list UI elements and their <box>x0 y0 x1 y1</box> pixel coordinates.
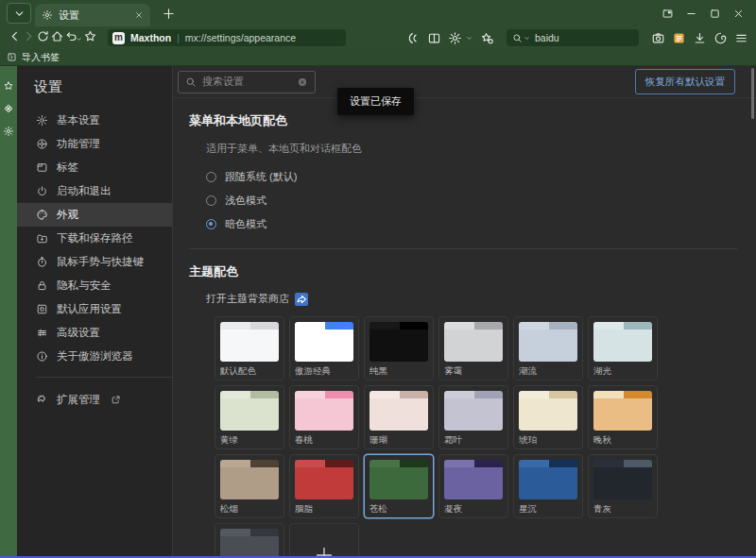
favorite-star-icon[interactable] <box>83 29 97 43</box>
radio-icon[interactable] <box>206 219 216 229</box>
gear-icon[interactable] <box>3 126 14 137</box>
caret-down-icon[interactable] <box>523 34 531 42</box>
power-icon <box>36 185 48 197</box>
theme-card[interactable]: 苍松 <box>364 454 434 518</box>
theme-swatch <box>220 460 279 499</box>
sidebar-item-label: 扩展管理 <box>57 393 100 407</box>
address-url[interactable]: mx://settings/appearance <box>185 32 296 43</box>
theme-card[interactable]: 松烟 <box>215 454 284 518</box>
theme-store-link[interactable]: 打开主题背景商店 <box>206 292 289 306</box>
theme-card[interactable]: 纯黑 <box>364 316 434 380</box>
theme-name: 琥珀 <box>519 434 577 447</box>
forward-icon[interactable] <box>22 29 36 43</box>
theme-swatch <box>444 460 503 499</box>
search-bar[interactable]: baidu <box>507 29 639 46</box>
sidebar-item[interactable]: 关于傲游浏览器 <box>17 345 172 368</box>
sidebar-item[interactable]: 标签 <box>17 156 172 179</box>
theme-card[interactable]: 霜叶 <box>438 385 508 449</box>
theme-card[interactable]: 青灰 <box>588 454 658 518</box>
theme-card[interactable]: 湖光 <box>588 316 658 380</box>
clear-search-icon[interactable] <box>297 76 308 88</box>
theme-card[interactable]: 星沉 <box>513 454 583 518</box>
boss-panel-icon[interactable] <box>662 8 674 20</box>
refresh-icon[interactable] <box>36 29 50 43</box>
color-mode-radio[interactable]: 浅色模式 <box>206 189 756 212</box>
address-bar[interactable]: m Maxthon | mx://settings/appearance <box>108 29 346 46</box>
theme-swatch <box>444 391 503 431</box>
theme-swatch <box>519 322 577 362</box>
theme-swatch <box>220 529 279 558</box>
notes-icon[interactable] <box>672 31 686 45</box>
section-divider <box>189 248 737 249</box>
sidebar-item[interactable]: 鼠标手势与快捷键 <box>17 250 172 274</box>
tab-title: 设置 <box>59 8 129 23</box>
reset-defaults-button[interactable]: 恢复所有默认设置 <box>635 69 735 94</box>
color-mode-radio[interactable]: 暗色模式 <box>206 212 756 236</box>
flower-icon[interactable] <box>3 103 14 114</box>
add-theme-button[interactable] <box>289 523 359 558</box>
sidebar-item[interactable]: 默认应用设置 <box>17 297 172 321</box>
theme-card[interactable]: 傲游经典 <box>289 316 359 380</box>
theme-card[interactable]: 黄绿 <box>215 385 284 449</box>
sidebar-item[interactable]: 功能管理 <box>17 132 172 156</box>
radio-icon[interactable] <box>206 195 216 206</box>
theme-card[interactable]: 琥珀 <box>513 385 583 449</box>
minimize-icon[interactable] <box>685 8 697 20</box>
sidebar-item[interactable]: 启动和退出 <box>17 179 172 203</box>
reader-mode-icon[interactable] <box>406 31 421 45</box>
theme-swatch <box>519 391 577 431</box>
sidebar-item[interactable]: 隐私与安全 <box>17 274 172 297</box>
sidebar-item[interactable]: 高级设置 <box>17 321 172 345</box>
quick-tools-icon[interactable] <box>448 31 462 45</box>
tab-settings[interactable]: 设置 <box>35 4 150 26</box>
download-icon[interactable] <box>693 31 707 45</box>
theme-card[interactable]: 凝夜 <box>438 454 508 518</box>
menu-icon[interactable] <box>734 31 748 45</box>
sidebar-item[interactable]: 外观 <box>17 203 172 227</box>
tab-list-dropdown-button[interactable] <box>7 3 31 24</box>
scrollbar-thumb[interactable] <box>751 68 754 119</box>
new-tab-button[interactable] <box>162 7 176 21</box>
theme-card[interactable]: 暗夜 <box>215 523 284 558</box>
sidebar-item-label: 默认应用设置 <box>57 302 122 316</box>
caret-down-icon[interactable] <box>465 34 473 42</box>
sidebar-item-label: 鼠标手势与快捷键 <box>57 255 144 269</box>
color-mode-radio[interactable]: 跟随系统 (默认) <box>206 165 756 189</box>
settings-search-input[interactable]: 搜索设置 <box>178 71 316 93</box>
collect-star-icon[interactable] <box>480 31 494 45</box>
skin-icon[interactable] <box>713 31 728 45</box>
theme-card[interactable]: 春桃 <box>289 385 359 449</box>
theme-name: 春桃 <box>295 434 353 447</box>
theme-name: 霜叶 <box>444 434 503 447</box>
palette-icon <box>36 209 48 221</box>
sidebar-item[interactable]: 基本设置 <box>17 109 172 132</box>
import-bookmarks-button[interactable]: 导入书签 <box>22 51 60 64</box>
theme-card[interactable]: 潮流 <box>513 316 583 380</box>
sidebar-item-label: 启动和退出 <box>57 184 112 198</box>
window-controls <box>662 8 745 20</box>
home-icon[interactable] <box>50 29 64 43</box>
sidebar-item[interactable]: 下载和保存路径 <box>17 227 172 250</box>
theme-card[interactable]: 晚秋 <box>588 385 658 449</box>
tab-close-icon[interactable] <box>134 10 144 20</box>
radio-icon[interactable] <box>206 172 216 182</box>
theme-card[interactable]: 默认配色 <box>215 316 284 380</box>
theme-card[interactable]: 胭脂 <box>289 454 359 518</box>
mouse-gesture-icon <box>36 256 48 268</box>
theme-swatch <box>220 322 279 362</box>
screenshot-icon[interactable] <box>651 31 665 45</box>
maximize-icon[interactable] <box>709 8 721 20</box>
theme-card[interactable]: 珊瑚 <box>364 385 434 449</box>
sidebar-item-label: 标签 <box>57 161 78 175</box>
sidebar-item-extensions[interactable]: 扩展管理 <box>17 388 172 412</box>
split-view-icon[interactable] <box>427 31 441 45</box>
address-brand: Maxthon <box>130 32 171 43</box>
theme-store-arrow-icon[interactable] <box>295 293 308 306</box>
theme-name: 青灰 <box>593 503 652 516</box>
close-icon[interactable] <box>732 8 745 20</box>
theme-card[interactable]: 雾霭 <box>438 316 508 380</box>
theme-swatch <box>593 322 652 362</box>
star-icon[interactable] <box>3 80 14 92</box>
back-icon[interactable] <box>8 29 22 43</box>
caret-down-icon[interactable] <box>75 35 83 43</box>
